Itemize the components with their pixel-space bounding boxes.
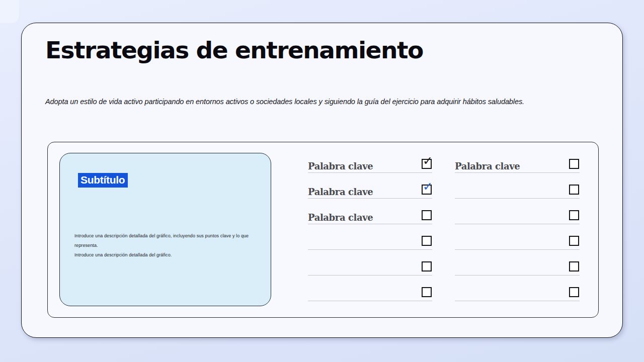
checkbox[interactable]: ✓ [569,236,579,246]
keyword-column-2: Palabra clave ✓ ✓ ✓ ✓ ✓ ✓ [455,147,580,301]
checkbox[interactable]: ✓ [422,159,432,169]
keyword-label: Palabra clave [308,212,373,223]
checkmark-icon: ✓ [423,180,433,193]
keyword-row: Palabra clave ✓ [308,199,432,224]
chart-placeholder-card: Subtítulo Introduce una descripción deta… [59,153,271,306]
keyword-row: Palabra clave ✓ [308,173,432,199]
card-description: Introduce una descripción detallada del … [74,231,256,260]
keyword-row: ✓ [308,250,432,276]
keyword-row: Palabra clave ✓ [455,147,580,173]
slide-title: Estrategias de entrenamiento [45,36,423,64]
checkbox[interactable]: ✓ [422,261,432,272]
keyword-row: ✓ [455,173,580,199]
checkbox[interactable]: ✓ [422,287,432,297]
checkbox[interactable]: ✓ [422,185,432,195]
content-panel: Subtítulo Introduce una descripción deta… [47,142,599,318]
checkbox[interactable]: ✓ [569,261,579,272]
keyword-row: ✓ [308,276,432,301]
slide-subtitle: Adopta un estilo de vida activo particip… [45,98,604,106]
keyword-label: Palabra clave [308,187,373,197]
keyword-row: ✓ [455,250,580,276]
card-description-line: Introduce una descripción detallada del … [74,231,256,250]
slide-canvas: Estrategias de entrenamiento Adopta un e… [21,23,623,338]
checkbox[interactable]: ✓ [569,287,579,297]
card-subtitle-highlight: Subtítulo [78,173,128,188]
checkbox[interactable]: ✓ [422,236,432,246]
keyword-row: ✓ [455,276,580,301]
keyword-row: ✓ [455,199,580,224]
keyword-row: Palabra clave ✓ [308,147,432,173]
checkbox[interactable]: ✓ [569,185,579,195]
keyword-column-1: Palabra clave ✓ Palabra clave ✓ Palabra … [308,147,432,301]
checkbox[interactable]: ✓ [422,210,432,220]
checkmark-icon: ✓ [423,155,433,167]
checkbox[interactable]: ✓ [569,159,579,169]
keyword-label: Palabra clave [455,161,520,171]
keyword-row: ✓ [455,224,580,250]
checkbox[interactable]: ✓ [569,210,579,220]
card-description-line: Introduce una descripción detallada del … [74,250,256,260]
corner-peek-shape [0,0,19,23]
keyword-row: ✓ [308,224,432,250]
keyword-label: Palabra clave [308,161,373,171]
